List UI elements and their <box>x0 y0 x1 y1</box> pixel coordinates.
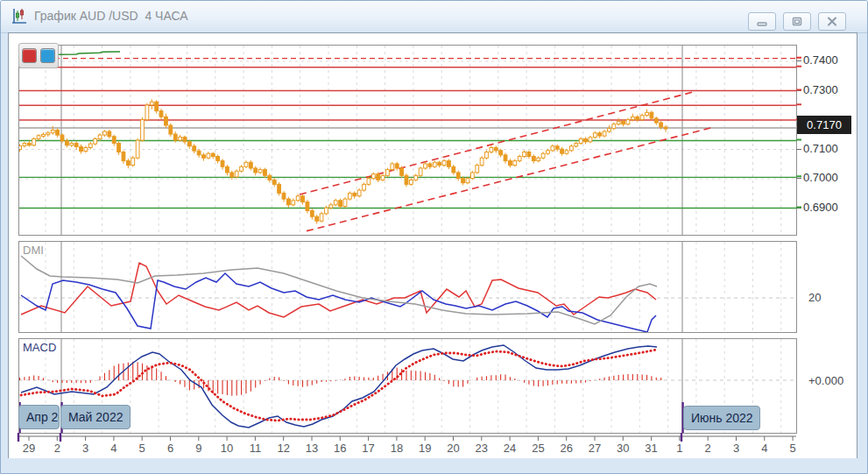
sell-red-button[interactable] <box>22 48 37 63</box>
candle-up <box>409 180 413 184</box>
time-axis-label: 24 <box>504 442 516 455</box>
month-marker-may[interactable]: Май 2022 <box>60 405 131 429</box>
candle-down <box>117 143 121 152</box>
time-axis-label: 11 <box>250 442 262 455</box>
candle-up <box>626 120 630 124</box>
time-axis-label: 18 <box>391 442 403 455</box>
restore-icon <box>792 17 802 26</box>
candle-up <box>88 144 92 147</box>
price-axis-label: 0.7000 <box>803 171 856 184</box>
candlestick-chart-icon <box>11 8 29 25</box>
candle-down <box>339 201 342 207</box>
candle-down <box>286 199 290 205</box>
plus-di-line <box>21 263 656 317</box>
candle-down <box>254 168 258 173</box>
time-axis-label: 20 <box>447 442 459 455</box>
candle-down <box>80 146 83 151</box>
candle-down <box>197 151 201 155</box>
candle-down <box>650 112 653 118</box>
candle-up <box>131 158 135 165</box>
candle-down <box>221 161 224 167</box>
candle-up <box>37 136 40 139</box>
candle-up <box>391 164 394 170</box>
macd-zero-label: +0.000 <box>808 374 843 387</box>
candle-up <box>334 201 337 205</box>
price-axis-label: 0.7300 <box>803 83 856 96</box>
candle-down <box>282 193 286 199</box>
candle-down <box>187 142 191 146</box>
candle-up <box>547 151 550 153</box>
candle-up <box>575 143 578 145</box>
time-axis-label: 4 <box>110 442 116 455</box>
candle-up <box>292 201 295 205</box>
candle-up <box>414 175 418 180</box>
candle-up <box>490 147 493 152</box>
title-bar[interactable]: График AUD /USD 4 ЧАСА <box>1 1 867 33</box>
candle-up <box>103 131 107 135</box>
time-axis-label: 29 <box>23 442 35 455</box>
candle-down <box>448 161 451 167</box>
time-axis-label: 3 <box>82 442 88 455</box>
candle-up <box>244 162 248 166</box>
candle-up <box>640 116 644 120</box>
candle-down <box>268 175 272 180</box>
time-axis-label: 6 <box>167 442 173 455</box>
price-axis-label: 0.7100 <box>803 142 856 155</box>
time-axis-label: 13 <box>306 442 318 455</box>
dmi-panel[interactable] <box>18 241 797 333</box>
time-axis-label: 2 <box>705 442 711 455</box>
candle-down <box>654 118 658 123</box>
candle-up <box>320 214 323 221</box>
price-panel[interactable] <box>18 45 797 236</box>
month-marker-april[interactable]: Апр 2022 <box>18 405 60 429</box>
time-axis-label: 2 <box>54 442 60 455</box>
time-axis-label: 5 <box>139 442 145 455</box>
close-button[interactable] <box>818 12 846 31</box>
candle-down <box>499 151 503 155</box>
time-axis-label: 30 <box>617 442 629 455</box>
candle-up <box>466 179 469 183</box>
candle-down <box>664 127 667 129</box>
candle-up <box>381 175 385 180</box>
candle-up <box>476 166 479 173</box>
candle-down <box>660 123 663 127</box>
candle-down <box>272 180 276 184</box>
price-axis-label: 0.6900 <box>803 201 856 214</box>
time-axis-label: 26 <box>560 442 572 455</box>
candle-up <box>51 130 54 132</box>
minimize-button[interactable] <box>748 12 776 31</box>
candle-down <box>264 170 267 176</box>
candle-up <box>240 166 243 171</box>
minus-di-line <box>21 273 656 332</box>
candle-up <box>23 143 26 145</box>
time-axis-label: 23 <box>476 442 488 455</box>
candle-down <box>504 155 507 161</box>
candle-down <box>527 152 531 157</box>
candle-down <box>636 117 639 119</box>
candle-up <box>98 135 102 138</box>
candle-down <box>400 168 404 175</box>
candle-up <box>32 138 36 145</box>
candle-down <box>249 162 252 168</box>
candle-down <box>56 130 60 135</box>
main-chart-svg <box>19 46 796 235</box>
time-axis-label: 5 <box>789 442 795 455</box>
candle-up <box>207 153 210 158</box>
dmi-level-label: 20 <box>808 291 821 304</box>
candle-up <box>371 174 375 179</box>
candle-up <box>419 168 422 175</box>
candle-up <box>258 170 262 173</box>
candle-up <box>329 205 333 208</box>
candle-up <box>523 152 526 157</box>
candle-up <box>537 158 540 160</box>
restore-button[interactable] <box>783 12 811 31</box>
candle-up <box>179 137 182 140</box>
candle-up <box>569 146 573 151</box>
candle-up <box>19 145 21 149</box>
macd-panel[interactable] <box>18 338 797 434</box>
buy-blue-button[interactable] <box>40 48 55 63</box>
candle-down <box>438 162 441 165</box>
month-marker-june[interactable]: Июнь 2022 <box>683 406 760 430</box>
candle-up <box>612 124 616 129</box>
candle-down <box>211 153 215 156</box>
